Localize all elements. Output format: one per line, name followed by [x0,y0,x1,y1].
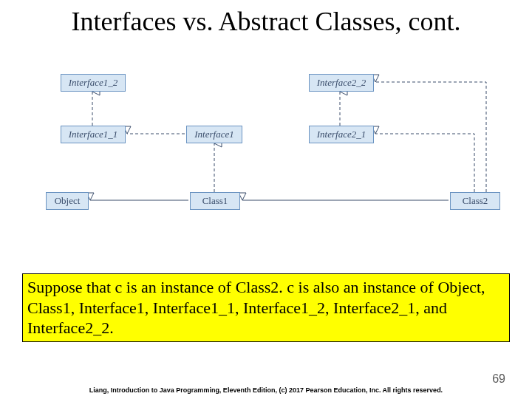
node-interface2-2: Interface2_2 [309,74,374,92]
slide-body-highlight: Suppose that c is an instance of Class2.… [22,273,510,342]
class-diagram: Interface1_2 Interface2_2 Interface1_1 I… [22,74,510,229]
slide-title: Interfaces vs. Abstract Classes, cont. [0,6,532,37]
diagram-connectors [22,74,510,229]
copyright-footer: Liang, Introduction to Java Programming,… [0,386,532,395]
page-number: 69 [492,372,505,386]
node-object: Object [46,192,89,210]
node-interface1: Interface1 [186,126,242,143]
node-class2: Class2 [450,192,500,210]
node-class1: Class1 [190,192,240,210]
node-interface1-1: Interface1_1 [61,126,126,143]
node-interface1-2: Interface1_2 [61,74,126,92]
node-interface2-1: Interface2_1 [309,126,374,143]
